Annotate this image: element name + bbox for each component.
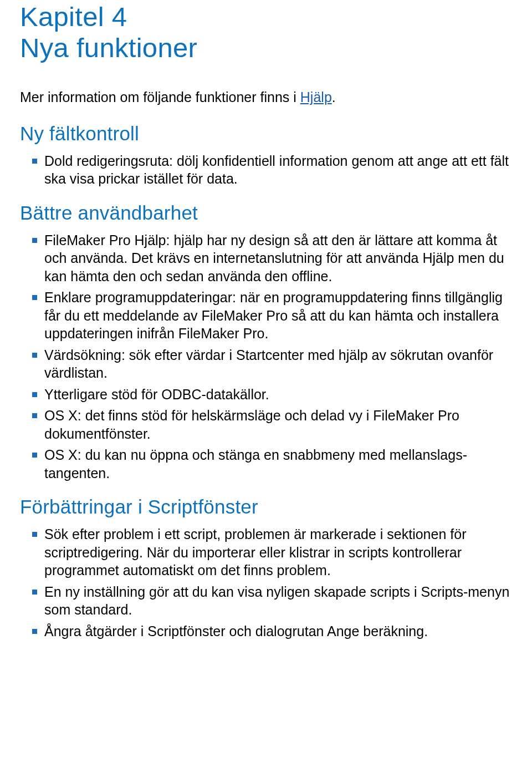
list-item-text: Ångra åtgärder i Scriptfönster och dialo…: [44, 623, 428, 639]
section-heading-scriptfonster: Förbättringar i Scriptfönster: [20, 495, 512, 519]
list-item-text: OS X: det finns stöd för helskärmsläge o…: [44, 408, 459, 441]
help-link-text: Hjälp: [300, 89, 332, 105]
list-item-text: Ytterligare stöd för ODBC-datakällor.: [44, 387, 269, 402]
list-item: OS X: det finns stöd för helskärmsläge o…: [32, 407, 512, 443]
list-item-text: En ny inställning gör att du kan visa ny…: [44, 584, 509, 618]
list-item: FileMaker Pro Hjälp: hjälp har ny design…: [32, 231, 512, 286]
document-page: Kapitel 4 Nya funktioner Mer information…: [0, 0, 532, 658]
list-item-text: Enklare programuppdateringar: när en pro…: [44, 290, 503, 341]
section-heading-anvandbarhet: Bättre användbarhet: [20, 201, 512, 225]
faltkontroll-list: Dold redigeringsruta: dölj konfidentiell…: [20, 152, 512, 188]
intro-text-prefix: Mer information om följande funktioner f…: [20, 89, 300, 105]
chapter-title: Nya funktioner: [20, 33, 197, 63]
list-item: OS X: du kan nu öppna och stänga en snab…: [32, 446, 512, 482]
list-item: Ytterligare stöd för ODBC-datakällor.: [32, 385, 512, 404]
intro-paragraph: Mer information om följande funktioner f…: [20, 88, 512, 106]
chapter-heading: Kapitel 4 Nya funktioner: [20, 0, 512, 64]
list-item: En ny inställning gör att du kan visa ny…: [32, 583, 512, 619]
list-item: Sök efter problem i ett script, probleme…: [32, 525, 512, 580]
intro-text-suffix: .: [332, 89, 336, 105]
list-item: Dold redigeringsruta: dölj konfidentiell…: [32, 152, 512, 188]
list-item-text: FileMaker Pro Hjälp: hjälp har ny design…: [44, 232, 504, 284]
list-item: Ångra åtgärder i Scriptfönster och dialo…: [32, 622, 512, 641]
list-item: Enklare programuppdateringar: när en pro…: [32, 288, 512, 343]
list-item: Värdsökning: sök efter värdar i Startcen…: [32, 346, 512, 382]
list-item-text: OS X: du kan nu öppna och stänga en snab…: [44, 447, 467, 481]
list-item-text: Sök efter problem i ett script, probleme…: [44, 526, 466, 578]
list-item-text: Värdsökning: sök efter värdar i Startcen…: [44, 347, 493, 381]
list-item-text: Dold redigeringsruta: dölj konfidentiell…: [44, 153, 509, 187]
help-link[interactable]: Hjälp: [300, 89, 332, 105]
chapter-number: Kapitel 4: [20, 2, 127, 32]
section-heading-faltkontroll: Ny fältkontroll: [20, 122, 512, 145]
scriptfonster-list: Sök efter problem i ett script, probleme…: [20, 525, 512, 640]
anvandbarhet-list: FileMaker Pro Hjälp: hjälp har ny design…: [20, 231, 512, 482]
